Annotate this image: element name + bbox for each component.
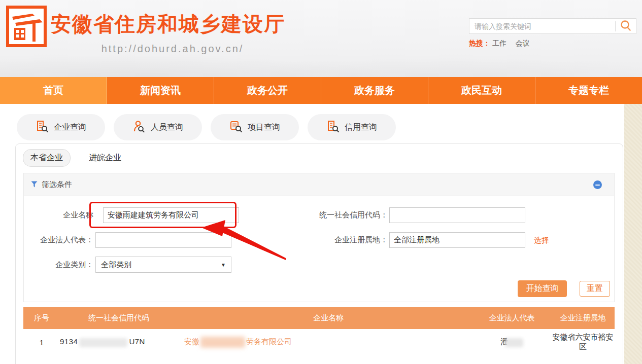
legal-rep-input[interactable] [95, 232, 231, 248]
nav-item-interaction[interactable]: 政民互动 [428, 77, 535, 104]
search-box [469, 18, 636, 34]
personnel-query-button[interactable]: 人员查询 [114, 114, 202, 140]
col-header-location: 企业注册属地 [551, 313, 615, 323]
choose-area-link[interactable]: 选择 [534, 236, 549, 245]
redaction-blur [79, 338, 127, 347]
filter-title: 筛选条件 [42, 180, 72, 190]
table-header-row: 序号 统一社会信用代码 企业名称 企业法人代表 企业注册属地 [23, 307, 615, 329]
person-search-icon [132, 120, 146, 135]
tool-pill-label: 企业查询 [54, 122, 86, 133]
credit-search-icon [326, 120, 340, 135]
col-header-company-name: 企业名称 [184, 313, 472, 323]
project-query-button[interactable]: 项目查询 [211, 114, 299, 140]
cell-location: 安徽省六安市裕安区 [551, 333, 615, 352]
tool-pill-label: 项目查询 [248, 122, 280, 133]
search-button[interactable] [616, 19, 636, 33]
collapse-minus-icon[interactable] [593, 180, 602, 189]
tool-pill-label: 人员查询 [151, 122, 183, 133]
credit-query-button[interactable]: 信用查询 [308, 114, 396, 140]
table-row: 1 9134U7N 安徽劳务有限公司 潘 安徽省六安市裕安区 [23, 329, 615, 355]
cell-legal-rep: 潘 [472, 337, 551, 347]
content-card: 本省企业 进皖企业 筛选条件 企业名称 统一社会信用代码： [15, 143, 623, 364]
redaction-blur [200, 337, 245, 348]
registration-area-label: 企业注册属地： [278, 235, 388, 245]
results-table: 序号 统一社会信用代码 企业名称 企业法人代表 企业注册属地 1 9134U7N… [23, 307, 615, 355]
col-header-index: 序号 [23, 313, 60, 323]
col-header-legal-rep: 企业法人代表 [472, 313, 551, 323]
site-logo-seal-icon [6, 6, 47, 47]
enterprise-tabs: 本省企业 进皖企业 [23, 149, 128, 167]
tab-incoming-enterprises[interactable]: 进皖企业 [82, 150, 128, 166]
company-name-input[interactable] [103, 207, 239, 223]
document-search-icon [229, 120, 243, 135]
search-input[interactable] [469, 19, 615, 33]
registration-area-input[interactable] [389, 232, 525, 248]
filter-panel: 筛选条件 企业名称 统一社会信用代码： 企业法人代表： 企业注册属地： 选择 [23, 173, 615, 302]
main-nav: 首页 新闻资讯 政务公开 政务服务 政民互动 专题专栏 [0, 77, 642, 104]
col-header-credit-code: 统一社会信用代码 [60, 313, 184, 323]
cell-index: 1 [23, 338, 60, 347]
nav-item-home[interactable]: 首页 [0, 77, 107, 104]
reset-button[interactable]: 重置 [580, 281, 610, 297]
start-query-button[interactable]: 开始查询 [518, 280, 567, 297]
hot-search-term[interactable]: 会议 [516, 39, 530, 47]
nav-item-gov-disclosure[interactable]: 政务公开 [214, 77, 321, 104]
building-search-icon [36, 120, 49, 135]
site-header: 安徽省住房和城乡建设厅 http://dohurd.ah.gov.cn/ 热搜：… [0, 0, 642, 77]
company-name-link[interactable]: 安徽劳务有限公司 [184, 337, 292, 346]
credit-code-input[interactable] [389, 207, 525, 223]
hot-search-term[interactable]: 工作 [492, 39, 506, 47]
hot-search-label: 热搜： [469, 39, 490, 47]
nav-item-special-topics[interactable]: 专题专栏 [535, 77, 642, 104]
enterprise-query-button[interactable]: 企业查询 [17, 114, 105, 140]
filter-funnel-icon [31, 180, 38, 189]
query-tools-row: 企业查询 人员查询 项目查询 [17, 114, 396, 140]
tab-local-enterprises[interactable]: 本省企业 [23, 149, 71, 167]
page-background-strip [624, 104, 642, 364]
nav-item-gov-services[interactable]: 政务服务 [321, 77, 428, 104]
redaction-blur [505, 338, 523, 347]
nav-item-news[interactable]: 新闻资讯 [107, 77, 214, 104]
cell-credit-code: 9134U7N [60, 337, 184, 347]
site-url: http://dohurd.ah.gov.cn/ [51, 43, 294, 55]
credit-code-label: 统一社会信用代码： [278, 210, 388, 220]
tool-pill-label: 信用查询 [345, 122, 377, 133]
company-name-label: 企业名称 [31, 210, 93, 220]
company-type-value: 全部类别 [101, 260, 131, 270]
legal-rep-label: 企业法人代表： [31, 235, 93, 245]
company-type-label: 企业类别： [31, 260, 93, 270]
search-icon [620, 20, 631, 32]
company-type-select[interactable]: 全部类别 ▼ [95, 257, 231, 273]
site-title: 安徽省住房和城乡建设厅 [51, 10, 294, 38]
cell-company-name: 安徽劳务有限公司 [184, 337, 472, 348]
chevron-down-icon: ▼ [221, 262, 226, 268]
